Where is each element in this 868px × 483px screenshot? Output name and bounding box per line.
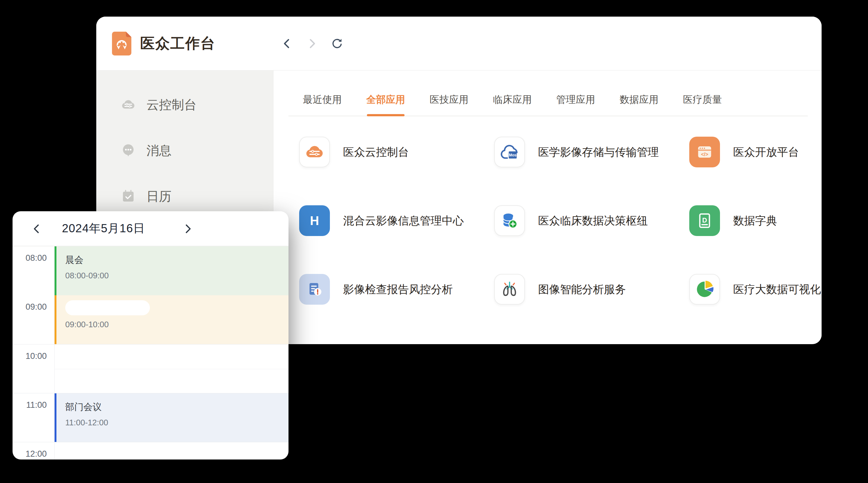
sidebar-item-cloud-console[interactable]: 云控制台 xyxy=(96,82,273,128)
app-label: 医众云控制台 xyxy=(343,145,409,160)
app-label: 医众开放平台 xyxy=(733,145,799,160)
event-title: 晨会 xyxy=(65,254,288,266)
app-label: 数据字典 xyxy=(733,214,777,228)
calendar-grid: 08:00晨会08:00-09:0009:0009:00-10:0010:001… xyxy=(12,246,288,459)
app-item-open-platform[interactable]: </>医众开放平台 xyxy=(689,137,816,167)
calendar-row: 08:00晨会08:00-09:00 xyxy=(12,246,288,295)
calendar-next-button[interactable] xyxy=(182,223,194,235)
nav-controls xyxy=(281,17,343,70)
svg-text:Mos: Mos xyxy=(509,153,517,157)
calendar-cell: 部门会议11:00-12:00 xyxy=(55,393,288,442)
pie-chart-icon xyxy=(689,274,720,305)
app-item-data-dictionary[interactable]: D 数据字典 xyxy=(689,205,816,236)
app-item-cloud-console[interactable]: 医众云控制台 xyxy=(299,137,494,167)
window-header: 医众工作台 xyxy=(96,17,822,70)
calendar-cell: 晨会08:00-09:00 xyxy=(55,246,288,295)
calendar-event[interactable]: 晨会08:00-09:00 xyxy=(55,246,288,295)
calendar-header: 2024年5月16日 xyxy=(12,211,288,246)
time-label: 08:00 xyxy=(12,246,55,295)
calendar-row: 10:00 xyxy=(12,344,288,393)
app-label: 医众临床数据决策枢纽 xyxy=(538,214,648,228)
app-item-hybrid-cloud[interactable]: H混合云影像信息管理中心 xyxy=(299,205,494,236)
tab-management[interactable]: 管理应用 xyxy=(556,93,595,116)
cloud-sliders-tile-icon xyxy=(299,137,330,167)
refresh-icon xyxy=(331,37,343,50)
sidebar-item-label: 日历 xyxy=(147,188,172,205)
app-item-report-risk[interactable]: 影像检查报告风控分析 xyxy=(299,274,494,305)
tab-clinical[interactable]: 临床应用 xyxy=(493,93,532,116)
app-item-image-ai[interactable]: 图像智能分析服务 xyxy=(494,274,689,305)
tab-data[interactable]: 数据应用 xyxy=(620,93,658,116)
report-alert-icon xyxy=(299,274,330,305)
message-bubble-icon xyxy=(121,143,136,158)
tab-bar: 最近使用全部应用医技应用临床应用管理应用数据应用医疗质量 xyxy=(288,70,808,116)
calendar-date-title: 2024年5月16日 xyxy=(41,211,166,246)
app-label: 医疗大数据可视化 xyxy=(733,282,821,297)
time-label: 10:00 xyxy=(12,345,55,393)
nav-back-button[interactable] xyxy=(281,37,293,50)
cloud-mos-icon: Mos xyxy=(494,137,525,167)
app-label: 图像智能分析服务 xyxy=(538,282,626,297)
event-time: 09:00-10:00 xyxy=(65,320,288,329)
sidebar-item-label: 消息 xyxy=(147,142,172,159)
app-label: 影像检查报告风控分析 xyxy=(343,282,453,297)
time-label: 11:00 xyxy=(12,393,55,442)
redacted-event-pill xyxy=(65,300,150,315)
svg-text:D: D xyxy=(702,217,707,224)
calendar-row: 09:0009:00-10:00 xyxy=(12,295,288,344)
app-title: 医众工作台 xyxy=(140,34,215,53)
calendar-row: 11:00部门会议11:00-12:00 xyxy=(12,393,288,442)
dictionary-book-icon: D xyxy=(689,205,720,236)
time-label: 12:00 xyxy=(12,442,55,459)
letter-h-icon: H xyxy=(299,205,330,236)
chevron-left-icon xyxy=(281,37,293,50)
tab-medtech[interactable]: 医技应用 xyxy=(430,93,468,116)
code-window-icon: </> xyxy=(689,137,720,167)
calendar-event[interactable]: 09:00-10:00 xyxy=(55,295,288,344)
app-grid: 医众云控制台 Mos医学影像存储与传输管理 </>医众开放平台H混合云影像信息管… xyxy=(299,137,816,305)
cloud-sliders-icon xyxy=(121,97,136,112)
app-item-imaging-storage[interactable]: Mos医学影像存储与传输管理 xyxy=(494,137,689,167)
nav-refresh-button[interactable] xyxy=(331,37,343,50)
content-area: 最近使用全部应用医技应用临床应用管理应用数据应用医疗质量 医众云控制台 Mos医… xyxy=(274,70,822,344)
app-item-clinical-data-hub[interactable]: 医众临床数据决策枢纽 xyxy=(494,205,689,236)
database-plus-icon xyxy=(494,205,525,236)
lungs-icon xyxy=(494,274,525,305)
svg-text:</>: </> xyxy=(701,152,708,157)
calendar-event[interactable]: 部门会议11:00-12:00 xyxy=(55,393,288,442)
sidebar-item-messages[interactable]: 消息 xyxy=(96,128,273,173)
nav-forward-button[interactable] xyxy=(306,37,318,50)
tab-quality[interactable]: 医疗质量 xyxy=(683,93,722,116)
app-item-big-data-viz[interactable]: 医疗大数据可视化 xyxy=(689,274,816,305)
app-label: 混合云影像信息管理中心 xyxy=(343,214,464,228)
app-label: 医学影像存储与传输管理 xyxy=(538,145,659,160)
svg-text:H: H xyxy=(310,214,319,228)
calendar-panel: 2024年5月16日 08:00晨会08:00-09:0009:0009:00-… xyxy=(12,211,288,459)
chevron-right-icon xyxy=(306,37,318,50)
event-time: 08:00-09:00 xyxy=(65,271,288,281)
calendar-cell xyxy=(55,345,288,393)
calendar-check-icon xyxy=(121,189,136,204)
event-title: 部门会议 xyxy=(65,401,288,413)
calendar-cell: 09:00-10:00 xyxy=(55,295,288,344)
calendar-cell xyxy=(55,442,288,459)
calendar-row: 12:00 xyxy=(12,442,288,459)
event-time: 11:00-12:00 xyxy=(65,418,288,427)
app-logo-icon xyxy=(112,32,131,56)
tab-recent[interactable]: 最近使用 xyxy=(303,93,342,116)
sidebar-item-label: 云控制台 xyxy=(147,96,197,114)
tab-all-apps[interactable]: 全部应用 xyxy=(366,93,405,116)
time-label: 09:00 xyxy=(12,295,55,344)
